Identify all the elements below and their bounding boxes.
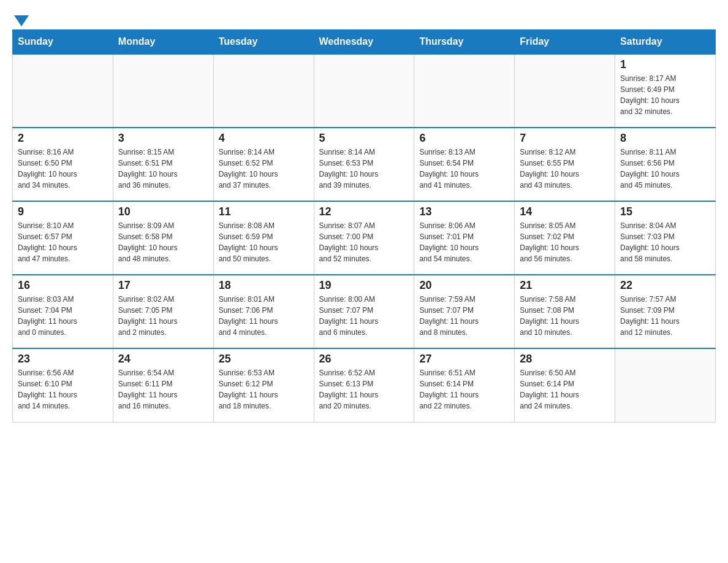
calendar-cell — [515, 54, 615, 128]
day-number: 18 — [219, 279, 309, 292]
calendar-header-saturday: Saturday — [615, 30, 716, 55]
day-info: Sunrise: 6:54 AM Sunset: 6:11 PM Dayligh… — [118, 367, 208, 412]
day-number: 15 — [620, 205, 710, 218]
calendar-cell: 2Sunrise: 8:16 AM Sunset: 6:50 PM Daylig… — [13, 128, 113, 201]
calendar-header-monday: Monday — [113, 30, 213, 55]
day-info: Sunrise: 8:05 AM Sunset: 7:02 PM Dayligh… — [520, 220, 610, 264]
day-info: Sunrise: 8:13 AM Sunset: 6:54 PM Dayligh… — [419, 147, 509, 191]
day-info: Sunrise: 6:56 AM Sunset: 6:10 PM Dayligh… — [18, 367, 108, 412]
day-number: 17 — [118, 279, 208, 292]
calendar-cell: 26Sunrise: 6:52 AM Sunset: 6:13 PM Dayli… — [314, 348, 414, 422]
day-number: 4 — [219, 132, 309, 145]
calendar-cell: 4Sunrise: 8:14 AM Sunset: 6:52 PM Daylig… — [213, 128, 314, 201]
calendar-header-tuesday: Tuesday — [213, 30, 314, 55]
calendar-header-wednesday: Wednesday — [314, 30, 414, 55]
day-number: 2 — [18, 132, 108, 145]
day-info: Sunrise: 6:50 AM Sunset: 6:14 PM Dayligh… — [520, 367, 610, 412]
calendar-cell: 19Sunrise: 8:00 AM Sunset: 7:07 PM Dayli… — [314, 275, 414, 348]
day-info: Sunrise: 8:08 AM Sunset: 6:59 PM Dayligh… — [219, 220, 309, 264]
day-number: 9 — [18, 205, 108, 218]
day-info: Sunrise: 8:10 AM Sunset: 6:57 PM Dayligh… — [18, 220, 108, 264]
day-number: 5 — [319, 132, 409, 145]
calendar-cell — [414, 54, 515, 128]
day-number: 13 — [419, 205, 509, 218]
day-info: Sunrise: 8:00 AM Sunset: 7:07 PM Dayligh… — [319, 294, 409, 338]
calendar-cell: 3Sunrise: 8:15 AM Sunset: 6:51 PM Daylig… — [113, 128, 213, 201]
day-info: Sunrise: 8:03 AM Sunset: 7:04 PM Dayligh… — [18, 294, 108, 338]
day-info: Sunrise: 8:01 AM Sunset: 7:06 PM Dayligh… — [219, 294, 309, 338]
day-number: 12 — [319, 205, 409, 218]
day-number: 24 — [118, 353, 208, 366]
calendar-week-2: 2Sunrise: 8:16 AM Sunset: 6:50 PM Daylig… — [13, 128, 716, 201]
calendar-cell — [314, 54, 414, 128]
day-info: Sunrise: 8:14 AM Sunset: 6:52 PM Dayligh… — [219, 147, 309, 191]
day-number: 20 — [419, 279, 509, 292]
calendar-cell — [13, 54, 113, 128]
day-number: 28 — [520, 353, 610, 366]
day-number: 25 — [219, 353, 309, 366]
calendar-week-4: 16Sunrise: 8:03 AM Sunset: 7:04 PM Dayli… — [13, 275, 716, 348]
logo-triangle-icon — [14, 15, 29, 26]
calendar-cell: 23Sunrise: 6:56 AM Sunset: 6:10 PM Dayli… — [13, 348, 113, 422]
calendar-cell: 27Sunrise: 6:51 AM Sunset: 6:14 PM Dayli… — [414, 348, 515, 422]
day-number: 1 — [620, 58, 710, 71]
calendar-table: SundayMondayTuesdayWednesdayThursdayFrid… — [12, 29, 716, 423]
day-info: Sunrise: 7:59 AM Sunset: 7:07 PM Dayligh… — [419, 294, 509, 338]
day-number: 3 — [118, 132, 208, 145]
calendar-cell: 17Sunrise: 8:02 AM Sunset: 7:05 PM Dayli… — [113, 275, 213, 348]
calendar-cell: 9Sunrise: 8:10 AM Sunset: 6:57 PM Daylig… — [13, 201, 113, 275]
calendar-cell: 8Sunrise: 8:11 AM Sunset: 6:56 PM Daylig… — [615, 128, 716, 201]
calendar-week-3: 9Sunrise: 8:10 AM Sunset: 6:57 PM Daylig… — [13, 201, 716, 275]
day-info: Sunrise: 8:06 AM Sunset: 7:01 PM Dayligh… — [419, 220, 509, 264]
day-info: Sunrise: 8:12 AM Sunset: 6:55 PM Dayligh… — [520, 147, 610, 191]
logo — [12, 12, 31, 23]
calendar-header-thursday: Thursday — [414, 30, 515, 55]
calendar-header-friday: Friday — [515, 30, 615, 55]
calendar-cell: 1Sunrise: 8:17 AM Sunset: 6:49 PM Daylig… — [615, 54, 716, 128]
day-number: 26 — [319, 353, 409, 366]
calendar-cell: 12Sunrise: 8:07 AM Sunset: 7:00 PM Dayli… — [314, 201, 414, 275]
calendar-cell: 16Sunrise: 8:03 AM Sunset: 7:04 PM Dayli… — [13, 275, 113, 348]
day-number: 21 — [520, 279, 610, 292]
day-info: Sunrise: 6:51 AM Sunset: 6:14 PM Dayligh… — [419, 367, 509, 412]
day-number: 19 — [319, 279, 409, 292]
day-info: Sunrise: 7:57 AM Sunset: 7:09 PM Dayligh… — [620, 294, 710, 338]
calendar-cell: 13Sunrise: 8:06 AM Sunset: 7:01 PM Dayli… — [414, 201, 515, 275]
day-number: 7 — [520, 132, 610, 145]
day-number: 10 — [118, 205, 208, 218]
day-number: 11 — [219, 205, 309, 218]
day-info: Sunrise: 6:53 AM Sunset: 6:12 PM Dayligh… — [219, 367, 309, 412]
calendar-cell: 5Sunrise: 8:14 AM Sunset: 6:53 PM Daylig… — [314, 128, 414, 201]
calendar-cell: 11Sunrise: 8:08 AM Sunset: 6:59 PM Dayli… — [213, 201, 314, 275]
day-info: Sunrise: 8:07 AM Sunset: 7:00 PM Dayligh… — [319, 220, 409, 264]
page-header — [12, 12, 716, 23]
calendar-cell: 21Sunrise: 7:58 AM Sunset: 7:08 PM Dayli… — [515, 275, 615, 348]
day-number: 6 — [419, 132, 509, 145]
calendar-cell: 24Sunrise: 6:54 AM Sunset: 6:11 PM Dayli… — [113, 348, 213, 422]
day-info: Sunrise: 8:11 AM Sunset: 6:56 PM Dayligh… — [620, 147, 710, 191]
calendar-cell: 20Sunrise: 7:59 AM Sunset: 7:07 PM Dayli… — [414, 275, 515, 348]
calendar-cell: 15Sunrise: 8:04 AM Sunset: 7:03 PM Dayli… — [615, 201, 716, 275]
calendar-header-sunday: Sunday — [13, 30, 113, 55]
day-info: Sunrise: 8:17 AM Sunset: 6:49 PM Dayligh… — [620, 73, 710, 117]
calendar-cell: 25Sunrise: 6:53 AM Sunset: 6:12 PM Dayli… — [213, 348, 314, 422]
calendar-cell: 6Sunrise: 8:13 AM Sunset: 6:54 PM Daylig… — [414, 128, 515, 201]
day-number: 22 — [620, 279, 710, 292]
calendar-cell: 22Sunrise: 7:57 AM Sunset: 7:09 PM Dayli… — [615, 275, 716, 348]
calendar-cell — [113, 54, 213, 128]
calendar-cell — [213, 54, 314, 128]
day-info: Sunrise: 7:58 AM Sunset: 7:08 PM Dayligh… — [520, 294, 610, 338]
calendar-week-5: 23Sunrise: 6:56 AM Sunset: 6:10 PM Dayli… — [13, 348, 716, 422]
day-info: Sunrise: 6:52 AM Sunset: 6:13 PM Dayligh… — [319, 367, 409, 412]
day-info: Sunrise: 8:14 AM Sunset: 6:53 PM Dayligh… — [319, 147, 409, 191]
calendar-week-1: 1Sunrise: 8:17 AM Sunset: 6:49 PM Daylig… — [13, 54, 716, 128]
day-info: Sunrise: 8:16 AM Sunset: 6:50 PM Dayligh… — [18, 147, 108, 191]
calendar-cell: 28Sunrise: 6:50 AM Sunset: 6:14 PM Dayli… — [515, 348, 615, 422]
calendar-cell: 7Sunrise: 8:12 AM Sunset: 6:55 PM Daylig… — [515, 128, 615, 201]
day-info: Sunrise: 8:09 AM Sunset: 6:58 PM Dayligh… — [118, 220, 208, 264]
day-number: 23 — [18, 353, 108, 366]
day-number: 27 — [419, 353, 509, 366]
calendar-cell: 10Sunrise: 8:09 AM Sunset: 6:58 PM Dayli… — [113, 201, 213, 275]
day-info: Sunrise: 8:02 AM Sunset: 7:05 PM Dayligh… — [118, 294, 208, 338]
day-info: Sunrise: 8:15 AM Sunset: 6:51 PM Dayligh… — [118, 147, 208, 191]
